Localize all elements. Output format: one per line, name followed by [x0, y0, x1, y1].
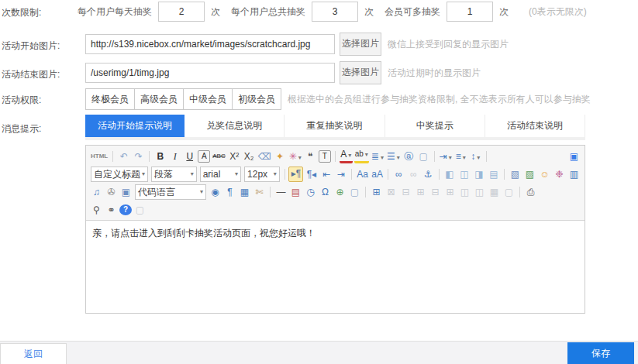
- upload-image-icon[interactable]: ▨: [523, 167, 536, 181]
- member-group-senior-button[interactable]: 高级会员: [134, 88, 184, 110]
- tab-win-notice[interactable]: 中奖提示: [385, 115, 485, 137]
- table-props-icon[interactable]: ▦: [488, 185, 501, 199]
- footer-bar: 返回 保存: [0, 341, 638, 364]
- italic-icon[interactable]: I: [168, 149, 181, 163]
- tab-redeem-info[interactable]: 兑奖信息说明: [185, 115, 285, 137]
- to-lowercase-icon[interactable]: aA: [371, 167, 384, 181]
- row-insert-icon[interactable]: ⊟: [399, 185, 412, 199]
- screenshot-icon[interactable]: ✄: [253, 185, 266, 199]
- end-image-label: 活动结束图片:: [2, 68, 60, 81]
- font-name-icon[interactable]: A: [198, 150, 210, 163]
- table-insert-icon[interactable]: ⊞: [370, 185, 383, 199]
- font-family-select[interactable]: arial▾: [200, 167, 241, 182]
- subscript-icon[interactable]: X₂: [243, 149, 256, 163]
- about-icon[interactable]: ?: [119, 204, 132, 215]
- strikethrough-icon[interactable]: ABC: [212, 149, 226, 163]
- emoticon-icon[interactable]: ☺: [538, 167, 551, 181]
- font-color-icon[interactable]: A▾: [340, 149, 353, 163]
- indent-right-icon[interactable]: ⇥: [334, 167, 347, 181]
- save-button[interactable]: 保存: [567, 342, 634, 364]
- row-delete-icon[interactable]: ⊟: [429, 185, 442, 199]
- paste-icon[interactable]: ▢: [133, 203, 147, 217]
- page-break-icon[interactable]: ▢: [502, 185, 516, 199]
- start-image-pick-button[interactable]: 选择图片: [340, 33, 381, 56]
- preview-icon[interactable]: ⚲: [90, 203, 103, 217]
- page-template-icon[interactable]: ▢: [348, 185, 361, 199]
- image-align-right-icon[interactable]: ◨: [472, 167, 485, 181]
- tab-repeat-draw[interactable]: 重复抽奖说明: [285, 115, 385, 137]
- horizontal-rule-icon[interactable]: —: [274, 185, 288, 199]
- embed-media-icon[interactable]: ▣: [119, 185, 133, 199]
- end-image-pick-button[interactable]: 选择图片: [340, 61, 381, 84]
- bold-icon[interactable]: B: [153, 149, 167, 163]
- member-group-middle-button[interactable]: 中级会员: [183, 88, 233, 110]
- total-draw-input[interactable]: [312, 2, 358, 22]
- format-brush-icon[interactable]: ✦: [274, 149, 287, 163]
- anchor-icon[interactable]: ⓐ: [402, 149, 416, 163]
- unordered-list-icon[interactable]: ☰▾: [386, 149, 401, 163]
- remove-format-icon[interactable]: ⌫: [257, 149, 272, 163]
- map-icon[interactable]: ⊕: [333, 185, 347, 199]
- superscript-icon[interactable]: X²: [228, 149, 241, 163]
- image-align-left-icon[interactable]: ◧: [443, 167, 456, 181]
- link-icon[interactable]: ∞: [392, 167, 405, 181]
- image-block-icon[interactable]: ▤: [487, 167, 500, 181]
- redo-icon[interactable]: ↷: [132, 149, 145, 163]
- image-align-center-icon[interactable]: ◫: [457, 167, 471, 181]
- tab-activity-start-notice[interactable]: 活动开始提示说明: [85, 115, 185, 137]
- align-icon[interactable]: ≡▾: [454, 149, 467, 163]
- col-insert-icon[interactable]: ⊞: [414, 185, 427, 199]
- limit-row: 每个用户每天抽奖 次 每个用户总共抽奖 次 会员可多抽奖 次 (0表示无限次): [78, 2, 587, 22]
- line-height-icon[interactable]: ↕▾: [469, 149, 482, 163]
- auto-typeset-icon[interactable]: ✳▾: [288, 149, 302, 163]
- col-delete-icon[interactable]: ⊞: [443, 185, 457, 199]
- ltr-icon[interactable]: ▸¶: [288, 167, 303, 182]
- insert-anchor-icon[interactable]: ⚓: [422, 167, 435, 181]
- quote-paragraph-icon[interactable]: ¶: [223, 185, 236, 199]
- ordered-list-icon[interactable]: ≣▾: [371, 149, 385, 163]
- indent-icon[interactable]: ⇥▾: [439, 149, 453, 163]
- undo-icon[interactable]: ↶: [117, 149, 130, 163]
- blockquote-icon[interactable]: ❝: [304, 149, 317, 163]
- special-char-icon[interactable]: Ω: [319, 185, 332, 199]
- clock-icon[interactable]: ◷: [304, 185, 317, 199]
- daily-draw-input[interactable]: [158, 2, 205, 22]
- movie-icon[interactable]: ▥: [567, 167, 581, 181]
- insert-code-icon[interactable]: ◉: [209, 185, 222, 199]
- toolbar-separator: [149, 151, 150, 162]
- insert-table-icon[interactable]: ▦: [238, 185, 251, 199]
- end-image-input[interactable]: [85, 63, 335, 83]
- back-button[interactable]: 返回: [0, 343, 67, 364]
- member-group-ultimate-button[interactable]: 终极会员: [85, 88, 135, 110]
- source-icon[interactable]: HTML: [90, 149, 109, 163]
- to-uppercase-icon[interactable]: Aa: [356, 167, 369, 181]
- paste-as-text-icon[interactable]: T: [319, 150, 331, 163]
- editor-content[interactable]: 亲，请点击进入到刮刮卡抽奖活动页面，祝您好运哦！: [86, 221, 585, 311]
- insert-music-icon[interactable]: ♫: [90, 185, 103, 199]
- heading-select[interactable]: 自定义标题▾: [91, 167, 148, 182]
- code-language-select[interactable]: 代码语言▾: [135, 184, 206, 200]
- attachment-icon[interactable]: ✇: [105, 185, 118, 199]
- new-page-icon[interactable]: ▢: [417, 149, 430, 163]
- member-extra-draw-input[interactable]: [447, 2, 493, 22]
- unlink-icon[interactable]: ∞: [407, 167, 420, 181]
- highlight-color-icon[interactable]: ab▾: [354, 149, 369, 163]
- table-delete-icon[interactable]: ⊠: [385, 185, 398, 199]
- toolbar-separator: [270, 187, 271, 197]
- palette-icon[interactable]: ❉: [553, 167, 566, 181]
- paragraph-select[interactable]: 段落▾: [151, 167, 197, 182]
- outdent-icon[interactable]: ⇤: [319, 167, 333, 181]
- font-size-select[interactable]: 12px▾: [244, 167, 280, 182]
- underline-icon[interactable]: U: [183, 149, 196, 163]
- find-replace-icon[interactable]: ⚭: [105, 203, 118, 217]
- fullscreen-icon[interactable]: ▣: [567, 149, 581, 163]
- merge-cells-icon[interactable]: ◫: [458, 185, 471, 199]
- start-image-input[interactable]: [85, 34, 335, 54]
- member-group-junior-button[interactable]: 初级会员: [232, 88, 281, 110]
- print-icon[interactable]: ⎙: [524, 185, 537, 199]
- calendar-icon[interactable]: ▤: [289, 185, 302, 199]
- tab-activity-end[interactable]: 活动结束说明: [485, 115, 585, 137]
- rtl-icon[interactable]: ¶◂: [305, 167, 318, 181]
- insert-image-icon[interactable]: ▧: [509, 167, 522, 181]
- split-cells-icon[interactable]: ◫: [473, 185, 486, 199]
